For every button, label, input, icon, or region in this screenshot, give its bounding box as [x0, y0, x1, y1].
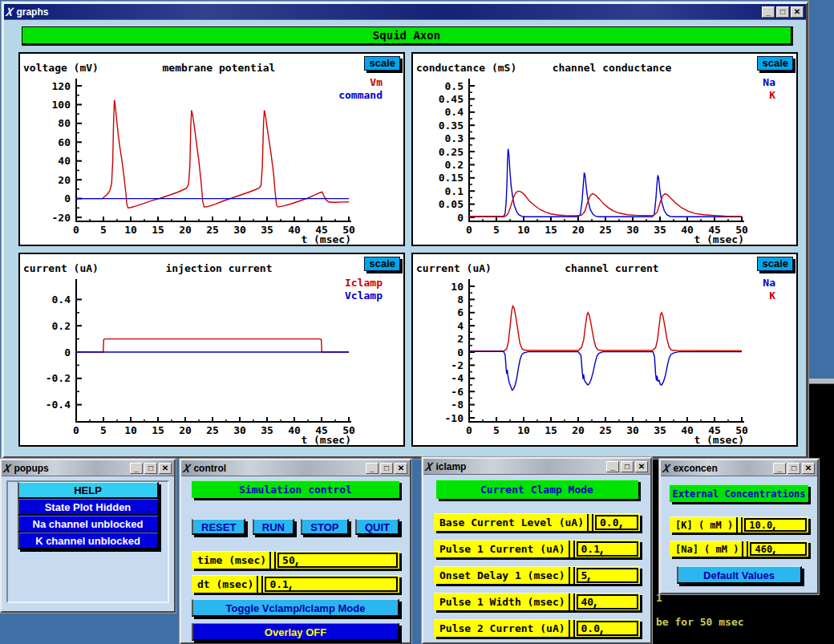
x-axis-label: t (msec) — [694, 434, 744, 445]
reset-button[interactable]: RESET — [192, 519, 245, 535]
field-separator — [569, 541, 575, 557]
y-tick-label: 0.1 — [445, 185, 464, 197]
scale-button[interactable]: scale — [364, 257, 400, 271]
legend-K: K — [769, 89, 775, 101]
x-tick-label: 25 — [599, 224, 612, 236]
chart-title: injection current — [165, 262, 272, 274]
iclamp-window-titlebar[interactable]: X iclamp _ □ ✕ — [423, 459, 650, 475]
field-separator — [269, 552, 276, 569]
x11-logo-icon: X — [183, 463, 191, 474]
onset-delay1-value[interactable]: 5 — [577, 568, 638, 583]
x-axis-label: t (msec) — [694, 233, 744, 245]
chart-title: channel conductance — [553, 62, 672, 74]
x-tick-label: 0 — [466, 224, 472, 236]
y-tick-label: 40 — [58, 155, 71, 167]
y-tick-label: -6 — [451, 386, 464, 398]
maximize-icon[interactable]: □ — [380, 463, 393, 474]
pulse1-current-value[interactable]: 0.1 — [577, 541, 638, 557]
graphs-window-title: graphs — [16, 6, 48, 18]
y-tick-label: 0.35 — [439, 119, 464, 132]
exconcen-window: X exconcen _ □ ✕ External Concentrations… — [659, 459, 819, 594]
dt-field-label: dt (msec) — [192, 578, 257, 590]
maximize-icon[interactable]: □ — [144, 463, 157, 474]
y-tick-label: 0.3 — [445, 132, 464, 144]
series-Na — [469, 351, 742, 390]
x-tick-label: 30 — [626, 224, 639, 236]
onset-delay1-field: Onset Delay 1 (msec) 5 — [434, 566, 640, 584]
maximize-icon[interactable]: □ — [776, 6, 789, 18]
control-window-titlebar[interactable]: X control _ □ ✕ — [181, 460, 410, 476]
state-plot-button[interactable]: State Plot Hidden — [18, 499, 159, 516]
field-separator — [569, 620, 575, 637]
k-concentration-value[interactable]: 10.0 — [744, 518, 807, 532]
x-tick-label: 10 — [124, 224, 137, 236]
close-icon[interactable]: ✕ — [159, 463, 172, 474]
y-tick-label: 0.2 — [52, 320, 71, 332]
y-tick-label: 0.45 — [439, 93, 464, 105]
popups-window-titlebar[interactable]: X popups _ □ ✕ — [2, 460, 174, 476]
time-field-label: time (msec) — [192, 554, 269, 566]
x-axis-label: t (msec) — [301, 434, 351, 445]
dt-field-value[interactable]: 0.1 — [265, 577, 398, 592]
quit-button[interactable]: QUIT — [355, 519, 399, 535]
squid-axon-banner: Squid Axon — [22, 26, 793, 46]
overlay-button[interactable]: Overlay OFF — [192, 623, 399, 641]
na-channel-button[interactable]: Na channel unblocked — [18, 516, 159, 533]
channel-current-chart: 1086420-2-4-6-8-1005101520253035404550t … — [413, 254, 796, 445]
x-tick-label: 5 — [100, 224, 107, 236]
close-icon[interactable]: ✕ — [395, 463, 407, 474]
maximize-icon[interactable]: □ — [621, 461, 634, 472]
minimize-icon[interactable]: _ — [366, 463, 379, 474]
scale-button[interactable]: scale — [757, 56, 793, 71]
scale-button[interactable]: scale — [757, 257, 793, 271]
series-K — [469, 191, 742, 217]
x-tick-label: 10 — [517, 224, 530, 236]
y-tick-label: 0.05 — [439, 198, 464, 210]
close-icon[interactable]: ✕ — [635, 461, 648, 472]
y-tick-label: 0 — [457, 212, 464, 224]
minimize-icon[interactable]: _ — [606, 461, 619, 472]
pulse2-current-value[interactable]: 0.0 — [577, 621, 638, 636]
stop-button[interactable]: STOP — [301, 519, 348, 535]
scale-button[interactable]: scale — [364, 56, 400, 71]
x-tick-label: 40 — [288, 424, 301, 436]
y-tick-label: 6 — [457, 306, 464, 318]
y-tick-label: 0 — [64, 192, 71, 205]
x-tick-label: 30 — [233, 224, 246, 236]
onset-delay1-label: Onset Delay 1 (msec) — [434, 569, 569, 581]
iclamp-window: X iclamp _ □ ✕ Current Clamp Mode Base C… — [422, 457, 652, 644]
control-window-title: control — [193, 463, 226, 474]
maximize-icon[interactable]: □ — [787, 463, 800, 474]
close-icon[interactable]: ✕ — [802, 463, 815, 474]
na-concentration-value[interactable]: 460 — [750, 542, 807, 556]
graphs-window-titlebar[interactable]: X graphs _ □ ✕ — [4, 4, 806, 20]
y-tick-label: -0.2 — [46, 372, 71, 384]
y-tick-label: -2 — [451, 359, 464, 371]
y-tick-label: 100 — [52, 99, 71, 111]
terminal-output-line: be for 50 msec — [656, 616, 744, 628]
close-icon[interactable]: ✕ — [791, 6, 804, 18]
base-current-value[interactable]: 0.0 — [595, 515, 638, 530]
x-tick-label: 0 — [466, 424, 472, 436]
k-channel-button[interactable]: K channel unblocked — [18, 533, 159, 549]
exconcen-window-titlebar[interactable]: X exconcen _ □ ✕ — [661, 460, 817, 476]
time-field-value[interactable]: 50 — [277, 553, 398, 568]
x11-logo-icon: X — [6, 6, 14, 18]
minimize-icon[interactable]: _ — [130, 463, 143, 474]
y-tick-label: 2 — [457, 333, 464, 345]
channel-conductance-chart: 0.50.450.40.350.30.250.20.150.10.0500510… — [413, 54, 796, 245]
toggle-clamp-mode-button[interactable]: Toggle Vclamp/Iclamp Mode — [192, 599, 399, 617]
dt-field: dt (msec) 0.1 — [192, 575, 399, 593]
minimize-icon[interactable]: _ — [762, 6, 775, 18]
field-separator — [736, 517, 743, 533]
x-tick-label: 25 — [206, 424, 219, 436]
exconcen-window-title: exconcen — [673, 463, 717, 474]
run-button[interactable]: RUN — [253, 519, 294, 535]
pulse1-width-value[interactable]: 40 — [577, 594, 638, 610]
default-values-button[interactable]: Default Values — [677, 566, 802, 584]
y-tick-label: 0.4 — [445, 106, 464, 118]
help-button[interactable]: HELP — [18, 482, 159, 499]
x-tick-label: 30 — [626, 424, 639, 436]
minimize-icon[interactable]: _ — [773, 463, 786, 474]
y-tick-label: -8 — [451, 399, 464, 411]
